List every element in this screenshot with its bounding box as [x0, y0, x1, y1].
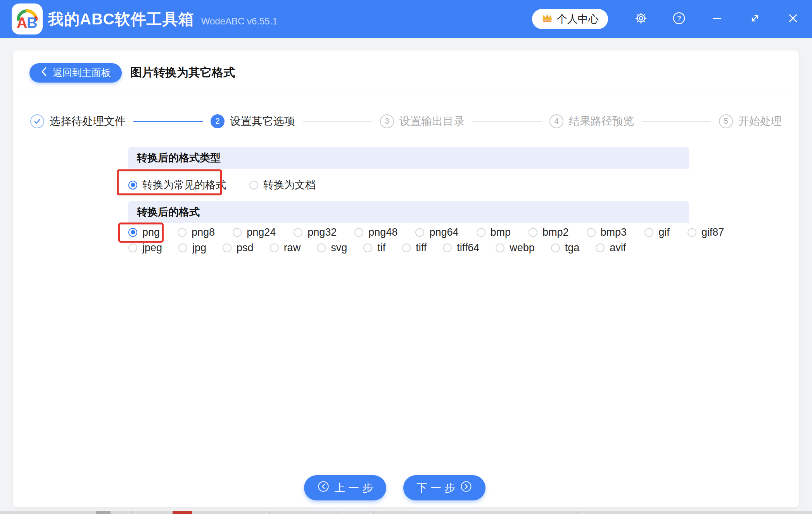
- radio-label: jpg: [192, 242, 206, 254]
- radio-unselected-icon: [644, 228, 653, 237]
- prev-step-button[interactable]: 上一步: [304, 475, 386, 500]
- format-options-row1: png png8 png24 png32 png48 png64 bmp bmp…: [128, 223, 689, 240]
- radio-label: png48: [368, 226, 397, 238]
- radio-label: bmp3: [601, 226, 627, 238]
- radio-label: jpeg: [142, 242, 162, 254]
- step-5-number: 5: [719, 114, 733, 128]
- section-header-format: 转换后的格式: [128, 201, 689, 223]
- svg-text:A: A: [17, 15, 27, 31]
- radio-unselected-icon: [551, 243, 560, 252]
- radio-format-gif[interactable]: gif: [644, 226, 670, 238]
- radio-format-avif[interactable]: avif: [596, 242, 626, 254]
- radio-label: gif87: [701, 226, 724, 238]
- radio-format-tga[interactable]: tga: [551, 242, 580, 254]
- radio-unselected-icon: [233, 228, 242, 237]
- step-connector: [472, 121, 542, 122]
- radio-unselected-icon: [354, 228, 363, 237]
- radio-unselected-icon: [178, 228, 187, 237]
- next-step-label: 下一步: [416, 481, 458, 495]
- circle-arrow-right-icon: [460, 480, 472, 495]
- radio-format-svg[interactable]: svg: [317, 242, 347, 254]
- radio-unselected-icon: [249, 181, 258, 190]
- strip-divider: [132, 511, 133, 514]
- radio-selected-icon: [128, 228, 137, 237]
- strip-divider: [269, 511, 270, 514]
- radio-format-gif87[interactable]: gif87: [688, 226, 724, 238]
- options-area: 转换后的格式类型 转换为常见的格式 转换为文档 转换后的格式 png png8 …: [128, 147, 689, 255]
- radio-selected-icon: [128, 181, 137, 190]
- minimize-icon: [711, 12, 723, 26]
- radio-label: 转换为常见的格式: [142, 178, 226, 192]
- help-button[interactable]: ?: [660, 0, 698, 38]
- radio-format-bmp2[interactable]: bmp2: [529, 226, 569, 238]
- radio-format-tif[interactable]: tif: [363, 242, 385, 254]
- radio-label: bmp2: [542, 226, 569, 238]
- radio-unselected-icon: [128, 243, 137, 252]
- minimize-button[interactable]: [698, 0, 736, 38]
- page-title: 图片转换为其它格式: [130, 65, 235, 81]
- settings-button[interactable]: [622, 0, 660, 38]
- personal-center-button[interactable]: 个人中心: [532, 9, 608, 29]
- radio-format-raw[interactable]: raw: [270, 242, 301, 254]
- radio-label: png64: [429, 226, 458, 238]
- step-4-label: 结果路径预览: [569, 114, 634, 129]
- radio-format-jpg[interactable]: jpg: [178, 242, 206, 254]
- radio-unselected-icon: [587, 228, 596, 237]
- radio-label: tga: [565, 242, 580, 254]
- step-indicator: 选择待处理文件 2 设置其它选项 3 设置输出目录 4 结果路径预览 5 开始处…: [13, 95, 799, 147]
- section-title: 转换后的格式类型: [137, 151, 221, 165]
- radio-label: psd: [237, 242, 254, 254]
- maximize-icon: [749, 12, 761, 26]
- radio-format-bmp[interactable]: bmp: [477, 226, 511, 238]
- radio-unselected-icon: [402, 243, 411, 252]
- radio-format-png[interactable]: png: [128, 226, 160, 238]
- maximize-button[interactable]: [736, 0, 774, 38]
- radio-format-png48[interactable]: png48: [354, 226, 397, 238]
- close-button[interactable]: [774, 0, 812, 38]
- back-to-main-button[interactable]: 返回到主面板: [29, 63, 122, 83]
- radio-convert-to-document[interactable]: 转换为文档: [249, 178, 316, 192]
- radio-unselected-icon: [294, 228, 302, 237]
- radio-label: tiff64: [457, 242, 479, 254]
- background-window-edge: [0, 511, 812, 514]
- radio-unselected-icon: [443, 243, 452, 252]
- radio-unselected-icon: [270, 243, 279, 252]
- app-logo-icon: A B: [12, 3, 43, 34]
- app-version: WodeABC v6.55.1: [201, 16, 278, 27]
- radio-format-tiff[interactable]: tiff: [402, 242, 427, 254]
- strip-divider: [373, 511, 374, 514]
- next-step-button[interactable]: 下一步: [403, 475, 485, 500]
- section-title: 转换后的格式: [137, 205, 200, 219]
- svg-text:?: ?: [677, 14, 681, 22]
- radio-unselected-icon: [596, 243, 605, 252]
- strip-segment-gray: [96, 511, 111, 514]
- radio-format-bmp3[interactable]: bmp3: [587, 226, 627, 238]
- radio-label: png32: [308, 226, 337, 238]
- radio-unselected-icon: [223, 243, 232, 252]
- radio-format-jpeg[interactable]: jpeg: [128, 242, 162, 254]
- strip-divider: [577, 511, 578, 514]
- radio-convert-common-format[interactable]: 转换为常见的格式: [128, 178, 226, 192]
- step-connector: [133, 121, 203, 122]
- radio-format-webp[interactable]: webp: [496, 242, 535, 254]
- step-2-options: 2 设置其它选项: [211, 114, 295, 129]
- radio-label: gif: [658, 226, 670, 238]
- step-3-number: 3: [380, 114, 394, 128]
- step-4-path-preview: 4 结果路径预览: [549, 114, 634, 129]
- card-header: 返回到主面板 图片转换为其它格式: [13, 50, 799, 95]
- radio-label: 转换为文档: [263, 178, 316, 192]
- radio-format-png8[interactable]: png8: [178, 226, 215, 238]
- radio-format-png24[interactable]: png24: [233, 226, 276, 238]
- radio-format-psd[interactable]: psd: [223, 242, 254, 254]
- step-1-label: 选择待处理文件: [50, 114, 126, 129]
- crown-icon: [541, 13, 553, 26]
- step-3-output-dir: 3 设置输出目录: [380, 114, 465, 129]
- radio-label: bmp: [491, 226, 511, 238]
- radio-format-png64[interactable]: png64: [415, 226, 458, 238]
- step-4-number: 4: [549, 114, 563, 128]
- radio-label: png: [142, 226, 160, 238]
- step-5-start: 5 开始处理: [719, 114, 782, 129]
- radio-format-tiff64[interactable]: tiff64: [443, 242, 479, 254]
- radio-format-png32[interactable]: png32: [294, 226, 337, 238]
- step-connector: [642, 121, 711, 122]
